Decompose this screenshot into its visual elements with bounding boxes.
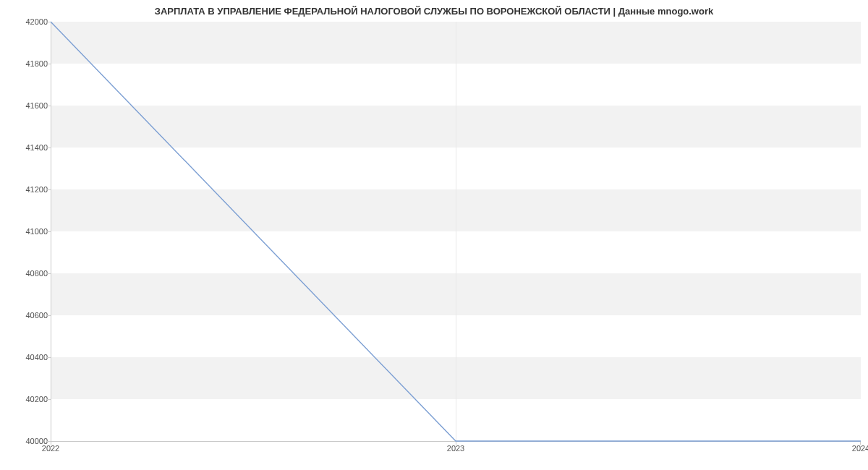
y-tick-label: 41400 — [4, 143, 48, 152]
y-tick-label: 41800 — [4, 59, 48, 68]
series-salary-line — [51, 22, 861, 441]
series-layer — [51, 22, 861, 441]
y-tick-label: 40400 — [4, 353, 48, 362]
x-tick-label: 2022 — [42, 444, 59, 453]
y-tick-label: 40200 — [4, 395, 48, 403]
plot-area — [51, 22, 861, 441]
chart-container: ЗАРПЛАТА В УПРАВЛЕНИЕ ФЕДЕРАЛЬНОЙ НАЛОГО… — [0, 0, 868, 470]
x-tick-label: 2023 — [447, 444, 464, 453]
y-tick-label: 40600 — [4, 311, 48, 320]
y-tick-label: 42000 — [4, 17, 48, 26]
chart-title: ЗАРПЛАТА В УПРАВЛЕНИЕ ФЕДЕРАЛЬНОЙ НАЛОГО… — [0, 6, 868, 17]
y-tick-label: 40800 — [4, 269, 48, 278]
x-tick-label: 2024 — [852, 444, 868, 453]
y-tick-label: 41200 — [4, 185, 48, 194]
y-tick-label: 41600 — [4, 101, 48, 110]
y-tick-label: 41000 — [4, 227, 48, 236]
